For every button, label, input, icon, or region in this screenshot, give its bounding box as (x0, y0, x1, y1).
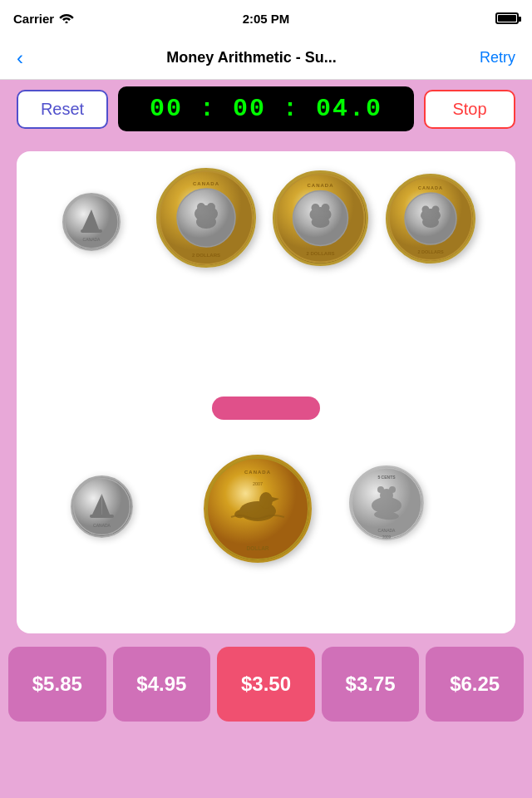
svg-point-10 (197, 203, 205, 211)
svg-text:CANADA: CANADA (308, 183, 334, 188)
retry-button[interactable]: Retry (473, 46, 522, 70)
svg-text:2 DOLLARS: 2 DOLLARS (306, 251, 334, 256)
answer-button-4[interactable]: $6.25 (426, 647, 524, 722)
coin-dime-top[interactable]: CANADA (62, 193, 121, 251)
coin-toonie-1[interactable]: CANADA 2 DOLLARS (156, 168, 256, 268)
svg-point-0 (66, 21, 68, 23)
wifi-icon (59, 12, 74, 26)
pink-divider (212, 397, 320, 420)
svg-text:2009: 2009 (382, 535, 392, 539)
svg-point-17 (312, 216, 330, 228)
svg-text:DOLLAR: DOLLAR (246, 545, 268, 551)
timer-display: 00 : 00 : 04.0 (118, 86, 414, 131)
svg-text:CANADA: CANADA (244, 470, 271, 475)
svg-text:2007: 2007 (253, 481, 263, 486)
svg-point-18 (312, 204, 320, 212)
status-right (495, 12, 519, 24)
svg-text:5 CENTS: 5 CENTS (377, 475, 396, 480)
coin-nickel[interactable]: 5 CENTS CANADA 2009 (349, 466, 424, 540)
svg-point-9 (196, 215, 216, 229)
svg-point-11 (207, 203, 215, 211)
coin-dime-bot[interactable]: CANADA (71, 475, 133, 538)
status-time: 2:05 PM (243, 12, 290, 26)
status-bar: Carrier 2:05 PM (0, 0, 532, 37)
svg-text:CANADA: CANADA (193, 181, 219, 186)
answer-button-1[interactable]: $4.95 (113, 647, 211, 722)
svg-rect-4 (81, 229, 102, 233)
svg-point-27 (432, 206, 440, 214)
svg-rect-33 (90, 515, 114, 518)
coin-toonie-2[interactable]: CANADA 2 DOLLARS (273, 170, 368, 266)
svg-point-48 (389, 486, 396, 493)
svg-text:CANADA: CANADA (418, 185, 443, 190)
answer-button-3[interactable]: $3.75 (322, 647, 420, 722)
svg-text:CANADA: CANADA (93, 523, 111, 528)
back-button[interactable]: ‹ (10, 43, 30, 73)
coin-area: CANADA (17, 151, 515, 633)
battery-icon (495, 12, 519, 24)
timer-row: Reset 00 : 00 : 04.0 Stop (0, 80, 532, 138)
answer-button-2[interactable]: $3.50 (217, 647, 315, 722)
svg-text:2 DOLLARS: 2 DOLLARS (417, 249, 444, 254)
svg-text:2 DOLLARS: 2 DOLLARS (192, 253, 220, 258)
status-left: Carrier (13, 12, 74, 26)
svg-point-37 (259, 492, 273, 509)
answer-button-0[interactable]: $5.85 (8, 647, 106, 722)
nav-bar: ‹ Money Arithmetic - Su... Retry (0, 37, 532, 80)
reset-button[interactable]: Reset (17, 90, 108, 129)
coin-loonie[interactable]: CANADA 2007 DOLLAR (204, 455, 312, 563)
nav-title: Money Arithmetic - Su... (37, 49, 466, 66)
svg-point-47 (377, 486, 384, 493)
stop-button[interactable]: Stop (424, 90, 515, 129)
svg-text:CANADA: CANADA (378, 528, 397, 533)
svg-text:CANADA: CANADA (83, 237, 101, 242)
svg-point-19 (322, 204, 330, 212)
answers-row: $5.85$4.95$3.50$3.75$6.25 (0, 647, 532, 722)
carrier-label: Carrier (13, 12, 54, 26)
svg-point-25 (422, 216, 439, 228)
svg-point-26 (422, 206, 430, 214)
coin-toonie-3[interactable]: CANADA 2 DOLLARS (386, 174, 475, 264)
